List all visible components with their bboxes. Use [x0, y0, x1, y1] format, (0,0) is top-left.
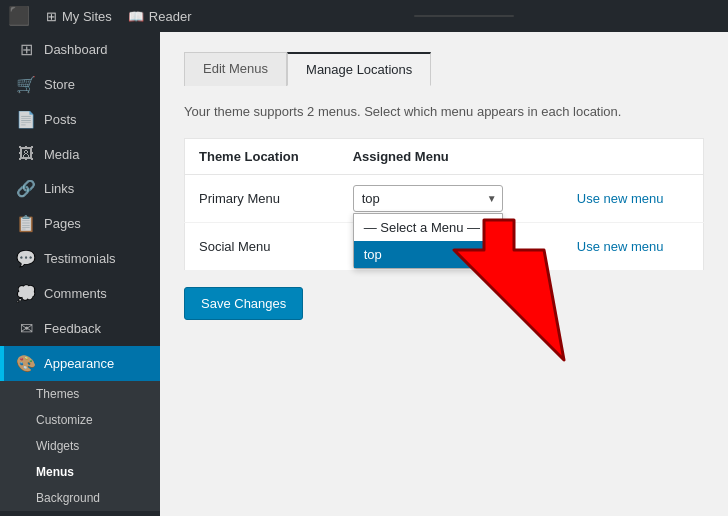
main-content: Edit Menus Manage Locations Your theme s… [160, 32, 728, 516]
tab-manage-locations[interactable]: Manage Locations [287, 52, 431, 86]
testimonials-icon: 💬 [16, 249, 36, 268]
sidebar-item-widgets[interactable]: Widgets [0, 433, 160, 459]
sites-icon: ⊞ [46, 9, 57, 24]
sidebar-item-posts[interactable]: 📄 Posts [0, 102, 160, 137]
appearance-icon: 🎨 [16, 354, 36, 373]
posts-icon: 📄 [16, 110, 36, 129]
col-assigned-menu: Assigned Menu [339, 138, 553, 174]
social-menu-use-new: Use new menu [553, 222, 704, 270]
section-description: Your theme supports 2 menus. Select whic… [184, 102, 704, 122]
primary-menu-dropdown-cell: top — Select a Menu — ▼ — Select a Menu … [339, 174, 553, 222]
use-new-menu-link-primary[interactable]: Use new menu [577, 191, 664, 206]
comments-icon: 💭 [16, 284, 36, 303]
sidebar-item-feedback[interactable]: ✉ Feedback [0, 311, 160, 346]
wp-icon: ⬛ [8, 5, 30, 27]
primary-menu-use-new: Use new menu [553, 174, 704, 222]
sidebar-item-pages[interactable]: 📋 Pages [0, 206, 160, 241]
primary-menu-label: Primary Menu [185, 174, 339, 222]
sidebar-item-links[interactable]: 🔗 Links [0, 171, 160, 206]
reader-item[interactable]: 📖 Reader [128, 9, 192, 24]
wp-logo-item[interactable]: ⬛ [8, 5, 30, 27]
primary-menu-dropdown-container[interactable]: top — Select a Menu — ▼ — Select a Menu … [353, 185, 503, 212]
save-changes-button[interactable]: Save Changes [184, 287, 303, 320]
dropdown-open-overlay: — Select a Menu — top [353, 213, 503, 269]
feedback-icon: ✉ [16, 319, 36, 338]
appearance-submenu: Themes Customize Widgets Menus Backgroun… [0, 381, 160, 511]
admin-bar: ⬛ ⊞ My Sites 📖 Reader [0, 0, 728, 32]
media-icon: 🖼 [16, 145, 36, 163]
use-new-menu-link-social[interactable]: Use new menu [577, 239, 664, 254]
store-icon: 🛒 [16, 75, 36, 94]
tab-edit-menus[interactable]: Edit Menus [184, 52, 287, 86]
links-icon: 🔗 [16, 179, 36, 198]
social-menu-label: Social Menu [185, 222, 339, 270]
sidebar-item-themes[interactable]: Themes [0, 381, 160, 407]
sidebar-item-appearance[interactable]: 🎨 Appearance [0, 346, 160, 381]
sidebar-item-menus[interactable]: Menus [0, 459, 160, 485]
location-table: Theme Location Assigned Menu Primary Men… [184, 138, 704, 271]
sidebar-item-dashboard[interactable]: ⊞ Dashboard [0, 32, 160, 67]
table-row: Primary Menu top — Select a Menu — ▼ [185, 174, 704, 222]
col-theme-location: Theme Location [185, 138, 339, 174]
dashboard-icon: ⊞ [16, 40, 36, 59]
sidebar-item-media[interactable]: 🖼 Media [0, 137, 160, 171]
dropdown-option-select[interactable]: — Select a Menu — [354, 214, 502, 241]
col-action [553, 138, 704, 174]
main-layout: ⊞ Dashboard 🛒 Store 📄 Posts 🖼 Media 🔗 Li… [0, 32, 728, 516]
sidebar-item-testimonials[interactable]: 💬 Testimonials [0, 241, 160, 276]
menu-tabs: Edit Menus Manage Locations [184, 52, 704, 86]
my-sites-item[interactable]: ⊞ My Sites [46, 9, 112, 24]
sidebar-item-background[interactable]: Background [0, 485, 160, 511]
dropdown-option-top[interactable]: top [354, 241, 502, 268]
sidebar: ⊞ Dashboard 🛒 Store 📄 Posts 🖼 Media 🔗 Li… [0, 32, 160, 516]
sidebar-item-store[interactable]: 🛒 Store [0, 67, 160, 102]
sidebar-item-customize[interactable]: Customize [0, 407, 160, 433]
pages-icon: 📋 [16, 214, 36, 233]
primary-menu-select[interactable]: top — Select a Menu — [353, 185, 503, 212]
sidebar-item-comments[interactable]: 💭 Comments [0, 276, 160, 311]
reader-icon: 📖 [128, 9, 144, 24]
